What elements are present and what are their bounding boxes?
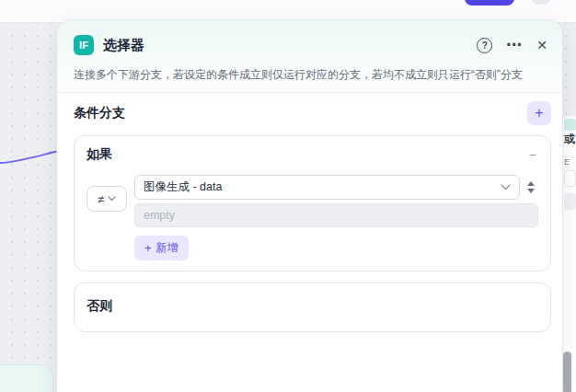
if-branch-card: 如果 − ≠ 图像生成 - data: [74, 135, 551, 271]
topbar-secondary-button-partial[interactable]: [532, 0, 550, 5]
section-title: 条件分支: [74, 105, 125, 121]
scrollbar-thumb[interactable]: [563, 352, 571, 392]
topbar-primary-button-partial[interactable]: [465, 0, 514, 6]
more-options-icon[interactable]: ⋯: [506, 40, 523, 50]
divider: [57, 92, 562, 93]
plus-icon: +: [144, 242, 152, 254]
add-branch-button[interactable]: +: [527, 101, 551, 125]
background-panel-sliver: 或 E: [560, 116, 576, 392]
comparison-value-input[interactable]: [134, 203, 538, 227]
add-condition-label: 新增: [156, 240, 179, 256]
collapse-icon[interactable]: −: [529, 148, 536, 161]
variable-select[interactable]: 图像生成 - data: [134, 175, 520, 200]
arrow-up-icon[interactable]: [527, 181, 535, 186]
panel-description: 连接多个下游分支，若设定的条件成立则仅运行对应的分支，若均不成立则只运行“否则”…: [74, 66, 551, 83]
canvas-node-partial[interactable]: [0, 364, 53, 392]
close-icon[interactable]: ✕: [536, 38, 547, 52]
panel-title: 选择器: [103, 37, 144, 54]
workflow-editor-screen: 或 E IF 选择器 ? ⋯ ✕ 连接多个下游分支，若设定的条件成立则仅运行对应…: [0, 0, 576, 392]
else-branch-card: 否则: [74, 282, 551, 332]
selector-node-panel: IF 选择器 ? ⋯ ✕ 连接多个下游分支，若设定的条件成立则仅运行对应的分支，…: [57, 20, 562, 392]
variable-select-value: 图像生成 - data: [144, 179, 501, 195]
background-panel-title-partial: 或: [564, 132, 575, 147]
workflow-edge-line: [0, 144, 59, 171]
help-icon[interactable]: ?: [477, 38, 492, 53]
background-panel-field: [564, 170, 576, 187]
chevron-down-icon: [108, 196, 116, 202]
background-node-badge: [564, 119, 576, 131]
if-node-badge: IF: [74, 35, 94, 55]
reorder-stepper[interactable]: [524, 181, 538, 193]
if-card-header: 如果 −: [86, 146, 538, 163]
panel-header-icons: ? ⋯ ✕: [477, 38, 547, 53]
background-panel-field: [564, 193, 576, 210]
add-condition-button[interactable]: + 新增: [134, 236, 189, 260]
operator-select[interactable]: ≠: [86, 186, 127, 212]
arrow-down-icon[interactable]: [527, 189, 535, 193]
else-card-label: 否则: [86, 298, 538, 315]
variable-row: 图像生成 - data: [134, 175, 538, 200]
operator-value: ≠: [98, 192, 104, 206]
condition-branch-section-header: 条件分支 +: [74, 101, 551, 125]
condition-row: ≠ 图像生成 - data: [86, 175, 538, 227]
panel-header: IF 选择器 ? ⋯ ✕: [74, 35, 551, 55]
background-panel-label-partial: E: [564, 157, 570, 167]
chevron-down-icon: [501, 184, 511, 190]
condition-inputs-column: 图像生成 - data: [134, 175, 538, 227]
if-card-label: 如果: [86, 146, 112, 163]
